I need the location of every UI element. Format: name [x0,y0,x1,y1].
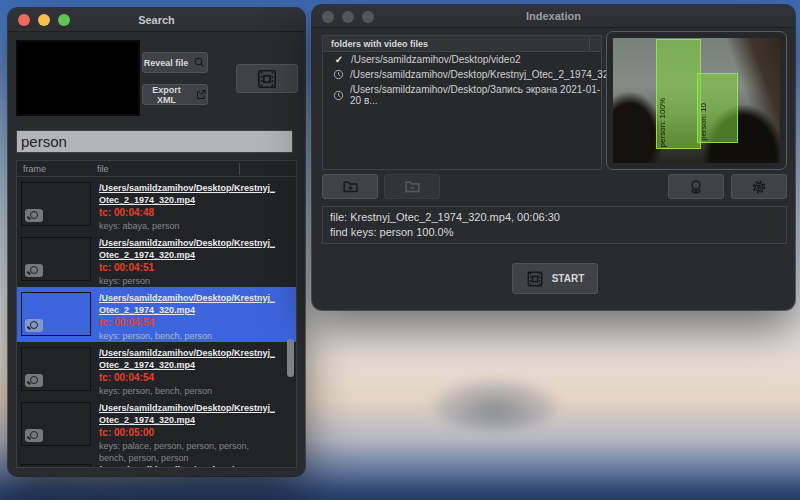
folders-list-header: folders with video files [323,36,601,52]
remove-folder-icon [404,178,421,195]
zoom-badge-icon [25,319,43,332]
film-strip-icon [526,270,544,288]
folder-path: /Users/samildzamihov/Desktop/video2 [351,54,521,65]
column-divider [239,163,240,175]
file-path-link[interactable]: /Users/samildzamihov/Desktop/Krestnyj_Ot… [99,292,277,316]
window-title: Indexation [526,10,581,22]
timecode: tc: 00:04:51 [99,262,277,274]
folder-list-item[interactable]: ✓ /Users/samildzamihov/Desktop/video2 [323,52,601,67]
minimize-button[interactable] [38,14,50,26]
table-row[interactable]: /Users/samildzamihov/Desktop/Krestnyj_Ot… [17,232,296,287]
results-table-header[interactable]: frame file [17,161,296,177]
table-row[interactable]: /Users/samildzamihov/Desktop/Krestnyj_Ot… [17,342,296,397]
frame-image [18,42,138,114]
film-strip-icon [256,68,278,90]
detection-label: person: 100% [657,97,668,148]
minimize-button[interactable] [342,11,354,23]
table-row[interactable]: /Users/samildzamihov/Desktop/Krestnyj_Ot… [17,397,296,459]
timecode: tc: 00:04:54 [99,317,277,329]
detection-preview-panel: person: 100% person: 10 [606,31,787,170]
folder-list-item[interactable]: /Users/samildzamihov/Desktop/Запись экра… [323,82,601,108]
results-table: frame file /Users/samildzamihov/Desktop/… [16,160,297,468]
check-icon: ✓ [333,54,345,65]
folder-path: /Users/samildzamihov/Desktop/Запись экра… [350,84,601,106]
folders-list: folders with video files ✓ /Users/samild… [322,35,602,170]
column-frame: frame [17,164,97,174]
detected-keys: keys: person, bench, person [99,330,277,342]
database-icon [688,179,704,195]
status-file-line: file: Krestnyj_Otec_2_1974_320.mp4, 00:0… [330,210,779,225]
frame-thumbnail[interactable] [21,237,91,281]
database-button[interactable] [668,174,724,199]
reveal-file-button[interactable]: Reveal file [142,52,208,73]
timecode: tc: 00:05:00 [99,427,277,439]
export-xml-button[interactable]: Export XML [142,84,208,105]
table-row[interactable]: /Users/samildzamihov/Desktop/Krestnyj_Ot… [17,177,296,232]
zoom-badge-icon [25,264,43,277]
detected-keys: keys: person [99,275,277,287]
folder-list-item[interactable]: /Users/samildzamihov/Desktop/Krestnyj_Ot… [323,67,601,82]
file-path-link[interactable]: /Users/samildzamihov/Desktop/Krestnyj_Ot… [99,237,277,261]
frame-thumbnail[interactable] [21,402,91,446]
frame-thumbnail[interactable] [21,182,91,226]
cloud [430,378,560,430]
selected-frame-preview [16,40,140,116]
zoom-badge-icon [25,209,43,222]
close-button[interactable] [18,14,30,26]
remove-folder-button[interactable] [384,174,440,199]
status-panel: file: Krestnyj_Otec_2_1974_320.mp4, 00:0… [322,206,787,244]
detected-keys: keys: abaya, person [99,220,277,232]
detection-preview-image: person: 100% person: 10 [613,38,780,163]
start-label: START [552,273,585,284]
zoom-button[interactable] [58,14,70,26]
clock-icon [333,69,344,80]
reveal-file-label: Reveal file [144,58,189,68]
results-scrollbar[interactable] [287,179,294,465]
indexation-titlebar[interactable]: Indexation [312,5,795,28]
start-button[interactable]: START [512,263,598,294]
frame-thumbnail[interactable] [21,347,91,391]
file-path-link[interactable]: /Users/samildzamihov/Desktop/ [99,464,277,467]
desktop-wallpaper: Search Reveal file Export XML [0,0,800,500]
column-divider [589,38,590,50]
detection-box: person: 10 [697,73,739,143]
column-file: file [97,164,109,174]
detection-label: person: 10 [698,102,709,142]
timecode: tc: 00:04:54 [99,372,277,384]
magnifier-icon [193,56,206,69]
close-button[interactable] [322,11,334,23]
status-keys-line: find keys: person 100.0% [330,225,779,240]
frame-thumbnail[interactable] [21,464,91,467]
results-rows: /Users/samildzamihov/Desktop/Krestnyj_Ot… [17,177,296,467]
clock-icon [333,90,344,101]
scrollbar-thumb[interactable] [287,339,294,377]
search-input[interactable] [16,130,293,153]
search-window: Search Reveal file Export XML [8,8,305,476]
file-path-link[interactable]: /Users/samildzamihov/Desktop/Krestnyj_Ot… [99,182,277,206]
frame-thumbnail[interactable] [21,292,91,336]
timecode: tc: 00:04:48 [99,207,277,219]
indexation-window: Indexation folders with video files ✓ /U… [312,5,795,310]
zoom-badge-icon [25,429,43,442]
gear-icon [751,179,767,195]
folder-path: /Users/samildzamihov/Desktop/Krestnyj_Ot… [350,69,636,80]
search-titlebar[interactable]: Search [8,8,305,32]
add-folder-icon [342,178,359,195]
zoom-button[interactable] [362,11,374,23]
settings-button[interactable] [731,174,787,199]
zoom-badge-icon [25,374,43,387]
file-path-link[interactable]: /Users/samildzamihov/Desktop/Krestnyj_Ot… [99,402,277,426]
window-title: Search [138,14,175,26]
table-row-selected[interactable]: /Users/samildzamihov/Desktop/Krestnyj_Ot… [17,287,296,342]
export-icon [195,88,207,101]
detected-keys: keys: person, bench, person [99,385,277,397]
folders-header-label: folders with video files [331,39,428,49]
open-video-button[interactable] [236,64,298,93]
export-xml-label: Export XML [143,85,190,105]
detection-box: person: 100% [656,39,701,149]
detected-keys: keys: palace, person, person, person, be… [99,440,277,464]
add-folder-button[interactable] [322,174,378,199]
file-path-link[interactable]: /Users/samildzamihov/Desktop/Krestnyj_Ot… [99,347,277,371]
